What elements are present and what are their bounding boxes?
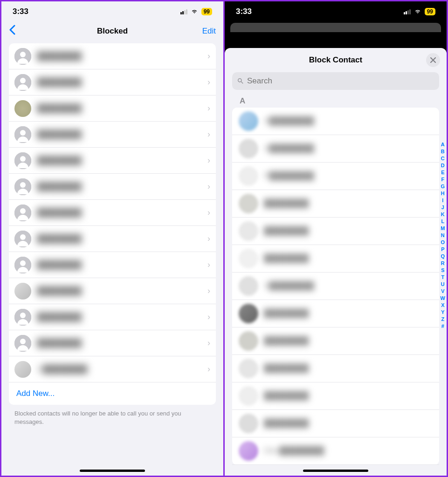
index-letter[interactable]: R bbox=[441, 260, 445, 267]
home-indicator[interactable] bbox=[303, 470, 368, 472]
blocked-row[interactable]: ████████› bbox=[9, 148, 216, 174]
blocked-row[interactable]: ████████› bbox=[9, 174, 216, 200]
signal-icon bbox=[180, 9, 187, 14]
index-letter[interactable]: S bbox=[441, 267, 445, 274]
contact-row[interactable]: ████████ bbox=[232, 245, 439, 273]
index-letter[interactable]: J bbox=[441, 204, 445, 211]
contact-row[interactable]: ████████ bbox=[232, 218, 439, 245]
index-letter[interactable]: B bbox=[441, 148, 445, 155]
home-indicator[interactable] bbox=[80, 470, 145, 472]
contact-name: ████████ bbox=[264, 364, 433, 373]
index-letter[interactable]: E bbox=[441, 169, 445, 176]
index-letter[interactable]: N bbox=[441, 232, 445, 239]
index-letter[interactable]: M bbox=[441, 225, 445, 232]
contact-row[interactable]: ████████ bbox=[232, 300, 439, 327]
modal-sheet: Block Contact A A████████A████████P█████… bbox=[225, 48, 447, 476]
status-time: 3:33 bbox=[236, 7, 252, 16]
blocked-row[interactable]: ████████› bbox=[9, 122, 216, 148]
svg-point-1 bbox=[20, 52, 26, 57]
contact-name: ████████ bbox=[37, 156, 204, 165]
index-letter[interactable]: Z bbox=[441, 316, 445, 323]
index-letter[interactable]: I bbox=[441, 197, 445, 204]
contact-name: ████████ bbox=[37, 260, 204, 270]
index-letter[interactable]: Y bbox=[441, 309, 445, 316]
index-letter[interactable]: L bbox=[441, 218, 445, 225]
contact-name: ████████ bbox=[37, 52, 204, 61]
back-button[interactable] bbox=[9, 25, 15, 38]
battery-icon: 99 bbox=[425, 8, 435, 15]
index-letter[interactable]: K bbox=[441, 211, 445, 218]
avatar bbox=[239, 276, 258, 296]
index-letter[interactable]: T bbox=[441, 274, 445, 281]
index-letter[interactable]: V bbox=[441, 288, 445, 295]
blocked-row[interactable]: ████████› bbox=[9, 226, 216, 252]
blocked-row[interactable]: U████████› bbox=[9, 356, 216, 382]
contact-row[interactable]: ████████ bbox=[232, 190, 439, 218]
avatar bbox=[239, 304, 258, 323]
avatar bbox=[239, 111, 258, 131]
contact-row[interactable]: A████████ bbox=[232, 108, 439, 135]
blocked-row[interactable]: ████████› bbox=[9, 304, 216, 330]
avatar bbox=[239, 194, 258, 213]
modal-peek-behind bbox=[230, 23, 441, 32]
contact-row[interactable]: A████████ bbox=[232, 135, 439, 163]
avatar bbox=[14, 48, 31, 65]
status-icons: 99 bbox=[180, 8, 212, 15]
index-letter[interactable]: G bbox=[441, 183, 445, 190]
index-letter[interactable]: U bbox=[441, 281, 445, 288]
avatar bbox=[239, 249, 258, 268]
avatar bbox=[14, 178, 31, 195]
blocked-row[interactable]: ████████› bbox=[9, 252, 216, 278]
index-letter[interactable]: D bbox=[441, 162, 445, 169]
svg-point-15 bbox=[20, 260, 26, 266]
contact-name: ████████ bbox=[264, 199, 433, 208]
svg-point-13 bbox=[20, 234, 26, 240]
index-letter[interactable]: O bbox=[441, 239, 445, 246]
index-letter[interactable]: A bbox=[441, 141, 445, 148]
chevron-right-icon: › bbox=[207, 364, 210, 374]
chevron-right-icon: › bbox=[207, 77, 210, 87]
blocked-row[interactable]: ████████› bbox=[9, 200, 216, 226]
blocked-row[interactable]: ████████› bbox=[9, 95, 216, 122]
contact-row[interactable]: ████████ bbox=[232, 382, 439, 410]
contact-row[interactable]: P████████ bbox=[232, 163, 439, 190]
index-letter[interactable]: P bbox=[441, 246, 445, 253]
contact-row[interactable]: S████████ bbox=[232, 273, 439, 300]
blocked-row[interactable]: ████████› bbox=[9, 330, 216, 356]
contact-name: ████████ bbox=[37, 339, 204, 348]
chevron-right-icon: › bbox=[207, 260, 210, 270]
alphabet-index[interactable]: ABCDEFGHIJKLMNOPQRSTUVWXYZ# bbox=[441, 141, 445, 330]
blocked-row[interactable]: ████████› bbox=[9, 69, 216, 95]
avatar bbox=[239, 331, 258, 351]
index-letter[interactable]: F bbox=[441, 176, 445, 183]
contact-name: P████████ bbox=[264, 171, 433, 181]
nav-bar: Blocked Edit bbox=[1, 20, 223, 43]
index-letter[interactable]: C bbox=[441, 155, 445, 162]
contact-name: A████████ bbox=[264, 116, 433, 126]
add-new-button[interactable]: Add New... bbox=[9, 382, 216, 405]
avatar bbox=[14, 257, 31, 273]
contact-row[interactable]: ████████ bbox=[232, 327, 439, 355]
avatar bbox=[239, 139, 258, 158]
contact-name: ████████ bbox=[264, 419, 433, 428]
contact-row[interactable]: Diks████████ bbox=[232, 437, 439, 465]
contact-name: ████████ bbox=[37, 104, 204, 113]
close-button[interactable] bbox=[426, 53, 440, 67]
contact-name: ████████ bbox=[37, 286, 204, 296]
index-letter[interactable]: W bbox=[441, 295, 445, 302]
contact-row[interactable]: ████████ bbox=[232, 410, 439, 437]
blocked-row[interactable]: ████████› bbox=[9, 278, 216, 304]
chevron-right-icon: › bbox=[207, 51, 210, 61]
index-letter[interactable]: X bbox=[441, 302, 445, 309]
index-letter[interactable]: # bbox=[441, 323, 445, 330]
contact-row[interactable]: ████████ bbox=[232, 355, 439, 382]
svg-point-17 bbox=[20, 313, 26, 318]
edit-button[interactable]: Edit bbox=[202, 27, 216, 36]
blocked-row[interactable]: ████████› bbox=[9, 43, 216, 69]
search-field[interactable] bbox=[232, 72, 439, 90]
index-letter[interactable]: H bbox=[441, 190, 445, 197]
right-phone-block-contact: 3:33 99 Block Contact A A████████A██████… bbox=[225, 1, 447, 476]
index-letter[interactable]: Q bbox=[441, 253, 445, 260]
avatar bbox=[239, 441, 258, 461]
search-input[interactable] bbox=[247, 76, 434, 86]
